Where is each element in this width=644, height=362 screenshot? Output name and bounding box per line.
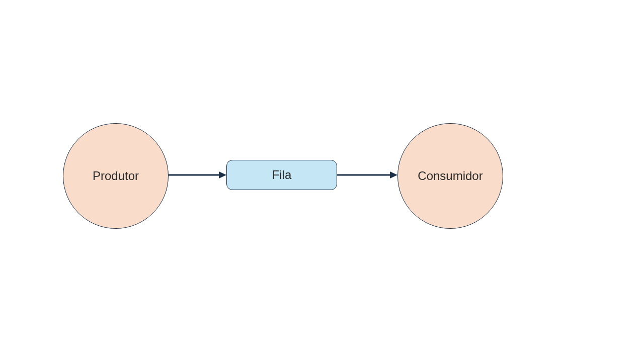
consumer-label: Consumidor	[418, 169, 482, 183]
queue-label: Fila	[272, 168, 292, 182]
consumer-node: Consumidor	[397, 123, 503, 229]
svg-marker-1	[219, 171, 226, 178]
producer-node: Produtor	[63, 123, 169, 229]
arrow-queue-to-consumer	[337, 169, 397, 181]
queue-node: Fila	[226, 160, 337, 190]
producer-label: Produtor	[93, 169, 139, 183]
svg-marker-3	[390, 171, 397, 178]
arrow-producer-to-queue	[169, 169, 226, 181]
